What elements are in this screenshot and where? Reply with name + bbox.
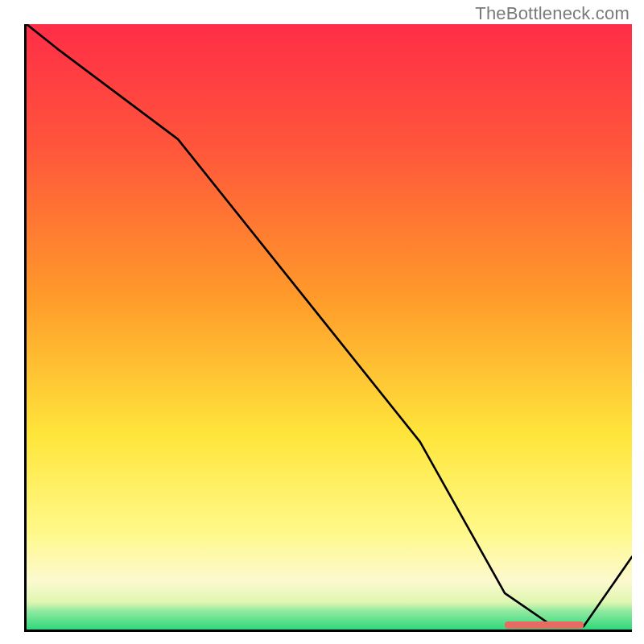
attribution-text: TheBottleneck.com: [475, 3, 630, 24]
bottleneck-curve: [27, 24, 632, 630]
chart-plot-area: [24, 24, 632, 632]
optimal-range-marker: [505, 621, 584, 629]
